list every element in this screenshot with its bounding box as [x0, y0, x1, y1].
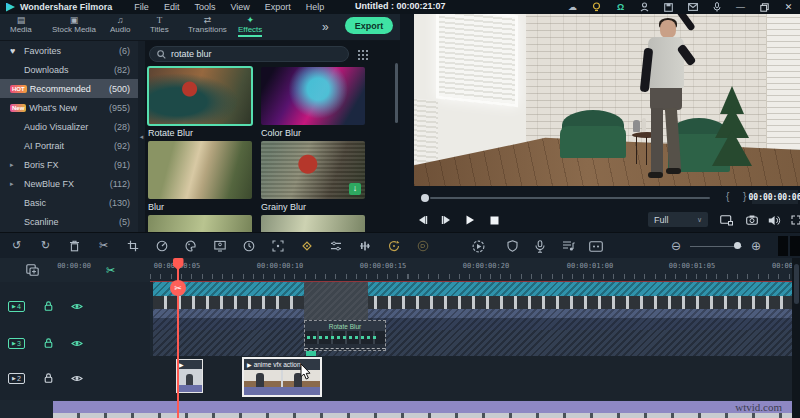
menu-edit[interactable]: Edit — [164, 2, 180, 12]
color-palette-icon[interactable] — [184, 239, 197, 252]
lock-icon[interactable] — [42, 372, 54, 384]
eye-icon[interactable] — [71, 300, 83, 312]
quick-split-scissors-icon[interactable]: ✂ — [106, 264, 115, 277]
zoom-fit-select[interactable]: Full ∨ — [648, 212, 708, 227]
feedback-mail-icon[interactable] — [687, 2, 698, 13]
sidebar-item-audio-visualizer[interactable]: Audio Visualizer (28) — [0, 117, 139, 136]
track-4-video-clip[interactable] — [153, 282, 800, 330]
split-scissors-icon[interactable]: ✂ — [97, 239, 110, 252]
timeline-vertical-scrollbar[interactable] — [792, 258, 800, 418]
eye-icon[interactable] — [71, 337, 83, 349]
audio-playlist-icon[interactable] — [560, 238, 576, 254]
tab-stock-media[interactable]: ▣ Stock Media — [52, 15, 96, 34]
effect-card-blur[interactable]: Blur — [148, 141, 252, 212]
tab-media[interactable]: ▤ Media — [10, 15, 32, 34]
insert-mode-icon[interactable] — [26, 264, 39, 278]
audio-track-clip[interactable] — [53, 401, 800, 413]
effect-card-rotate-blur[interactable]: Rotate Blur — [148, 67, 252, 138]
effects-scrollbar[interactable] — [395, 63, 398, 123]
search-input[interactable]: rotate blur — [171, 49, 212, 59]
close-button[interactable]: ✕ — [783, 2, 794, 13]
cloud-icon[interactable]: ☁ — [567, 2, 578, 13]
effect-card-grainy-blur[interactable]: ↓ Grainy Blur — [261, 141, 365, 212]
menu-file[interactable]: File — [134, 2, 149, 12]
timeline-zoom-handle[interactable] — [734, 242, 741, 249]
save-icon[interactable] — [663, 2, 674, 13]
support-headset-icon[interactable]: Ω — [615, 2, 626, 13]
voiceover-mic-icon[interactable] — [532, 238, 548, 254]
expand-arrow-icon[interactable]: ▸ — [10, 180, 24, 188]
next-frame-button[interactable] — [438, 212, 454, 228]
effect-card-color-blur[interactable]: Color Blur — [261, 67, 365, 138]
mark-out-button[interactable]: } — [743, 191, 746, 202]
bottom-video-filmstrip[interactable] — [53, 413, 800, 418]
speaker-icon[interactable] — [766, 212, 782, 228]
sidebar-item-whats-new[interactable]: New What's New (955) — [0, 98, 139, 117]
dragged-effect-clip[interactable]: Rotate Blur — [304, 320, 386, 351]
crop-icon[interactable] — [126, 239, 139, 252]
record-mic-icon[interactable] — [711, 2, 722, 13]
lock-icon[interactable] — [42, 337, 54, 349]
menu-view[interactable]: View — [230, 2, 249, 12]
stop-button[interactable] — [486, 212, 502, 228]
reframe-icon[interactable] — [387, 239, 400, 252]
marker-icon[interactable] — [588, 238, 604, 254]
timeline-zoom-in-icon[interactable]: ⊕ — [748, 238, 764, 254]
sidebar-item-ai-portrait[interactable]: AI Portrait (92) — [0, 136, 139, 155]
duration-clock-icon[interactable] — [242, 239, 255, 252]
menu-help[interactable]: Help — [306, 2, 325, 12]
timeline-zoom-out-icon[interactable]: ⊖ — [668, 238, 684, 254]
lock-icon[interactable] — [42, 300, 54, 312]
sidebar-item-boris-fx[interactable]: ▸ Boris FX (91) — [0, 155, 139, 174]
restore-button[interactable] — [759, 2, 770, 13]
sidebar-item-favorites[interactable]: ♥ Favorites (6) — [0, 41, 139, 60]
minimize-button[interactable]: — — [735, 2, 746, 13]
motion-tracking-icon[interactable] — [271, 239, 284, 252]
tab-titles[interactable]: T Titles — [150, 15, 169, 34]
audio-mixer-icon[interactable] — [358, 239, 371, 252]
sidebar-item-scanline[interactable]: Scanline (5) — [0, 212, 139, 231]
track-3-badge[interactable]: ▶3 — [8, 338, 25, 349]
sidebar-item-downloads[interactable]: Downloads (82) — [0, 60, 139, 79]
track-4-badge[interactable]: ▶4 — [8, 301, 25, 312]
tab-audio[interactable]: ♫ Audio — [110, 15, 130, 34]
delete-trash-icon[interactable] — [68, 239, 81, 252]
eye-icon[interactable] — [71, 372, 83, 384]
playhead-split-button[interactable]: ✂ — [170, 280, 186, 296]
redo-icon[interactable]: ↻ — [39, 239, 52, 252]
speed-icon[interactable] — [155, 239, 168, 252]
tab-transitions[interactable]: ⇄ Transitions — [188, 15, 227, 34]
play-button[interactable] — [462, 212, 478, 228]
snapshot-camera-icon[interactable] — [744, 212, 760, 228]
collapse-sidebar-handle[interactable]: ◂ — [138, 41, 145, 232]
expand-arrow-icon[interactable]: ▸ — [10, 161, 24, 169]
shield-icon[interactable] — [504, 238, 520, 254]
download-icon[interactable]: ↓ — [349, 183, 361, 195]
sidebar-item-basic[interactable]: Basic (130) — [0, 193, 139, 212]
track-3-clip[interactable] — [153, 330, 800, 356]
undo-icon[interactable]: ↺ — [10, 239, 23, 252]
seek-handle[interactable] — [421, 194, 429, 202]
grid-view-icon[interactable] — [357, 49, 368, 60]
track-2-badge[interactable]: ▶2 — [8, 373, 25, 384]
seek-track[interactable] — [430, 197, 710, 199]
account-icon[interactable] — [639, 2, 650, 13]
previous-frame-button[interactable] — [414, 212, 430, 228]
sidebar-item-recommended[interactable]: HOT Recommended (500) — [0, 79, 139, 98]
green-screen-icon[interactable] — [213, 239, 226, 252]
small-video-clip[interactable]: ▶ — [176, 359, 203, 393]
mirror-display-icon[interactable] — [718, 212, 734, 228]
export-button[interactable]: Export — [345, 17, 393, 34]
bulb-icon[interactable] — [591, 2, 602, 13]
render-preview-icon[interactable] — [470, 238, 486, 254]
adjust-sliders-icon[interactable] — [329, 239, 342, 252]
menu-tools[interactable]: Tools — [194, 2, 215, 12]
menu-export[interactable]: Export — [265, 2, 291, 12]
timeline-ruler[interactable]: ✂ 00:00:00 00:00:00:05 00:00:00:10 00:00… — [0, 258, 800, 282]
sidebar-item-newblue-fx[interactable]: ▸ NewBlue FX (112) — [0, 174, 139, 193]
more-tabs-chevron[interactable]: » — [322, 20, 329, 34]
auto-ripple-icon[interactable] — [416, 239, 429, 252]
search-bar[interactable]: rotate blur — [149, 46, 349, 62]
tab-effects[interactable]: ✦ Effects — [238, 15, 262, 37]
fullscreen-icon[interactable] — [788, 212, 800, 228]
